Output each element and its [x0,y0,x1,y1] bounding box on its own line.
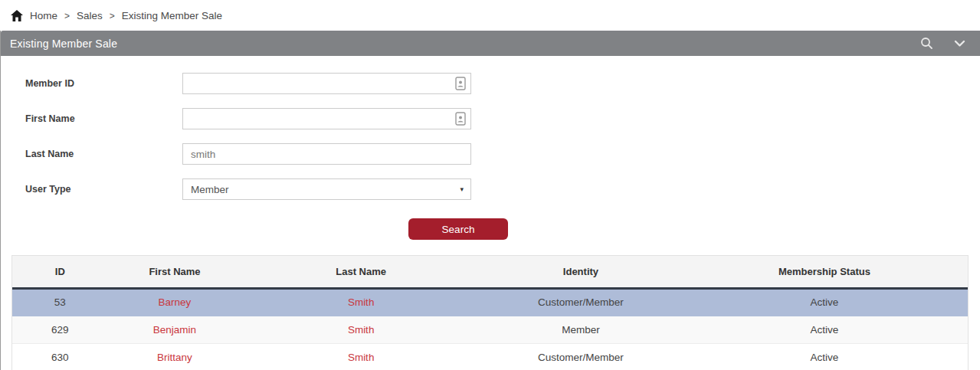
cell-first-name-link[interactable]: Brittany [108,343,242,370]
last-name-input[interactable] [182,143,471,165]
cell-identity: Member [480,316,681,343]
header-id: ID [12,256,108,288]
cell-identity: Customer/Member [480,288,681,316]
last-name-label: Last Name [25,149,182,159]
home-icon[interactable] [11,10,23,21]
chevron-down-icon[interactable] [953,37,966,50]
header-identity: Identity [480,256,681,288]
cell-membership-status: Active [681,343,968,370]
table-row[interactable]: 630 Brittany Smith Customer/Member Activ… [12,343,968,370]
breadcrumb-item-current: Existing Member Sale [122,10,222,21]
header-first-name: First Name [108,256,242,288]
breadcrumb-separator: > [64,11,70,21]
member-id-input[interactable] [182,73,471,94]
member-id-label: Member ID [25,78,182,89]
search-form: Member ID First Name Last Name [1,56,980,240]
cell-membership-status: Active [681,288,968,316]
caret-down-icon: ▾ [460,185,464,193]
user-type-label: User Type [25,184,182,195]
breadcrumb-item-home[interactable]: Home [30,10,57,21]
table-row[interactable]: 53 Barney Smith Customer/Member Active [12,288,968,316]
header-membership-status: Membership Status [681,256,968,288]
breadcrumb-item-sales[interactable]: Sales [77,10,103,21]
user-type-select[interactable]: Member ▾ [182,178,471,200]
search-icon[interactable] [920,37,933,50]
table-row[interactable]: 629 Benjamin Smith Member Active [12,316,968,343]
cell-first-name-link[interactable]: Barney [108,288,242,316]
results-table: ID First Name Last Name Identity Members… [12,256,968,370]
existing-member-sale-panel: Existing Member Sale Member ID First Nam… [0,31,980,370]
breadcrumb-separator: > [110,11,115,21]
panel-header: Existing Member Sale [1,31,980,56]
header-last-name: Last Name [241,256,480,288]
cell-last-name-link[interactable]: Smith [241,343,480,370]
cell-last-name-link[interactable]: Smith [241,288,480,316]
cell-identity: Customer/Member [480,343,681,370]
cell-membership-status: Active [681,316,968,343]
cell-id: 53 [12,288,108,316]
cell-first-name-link[interactable]: Benjamin [108,316,242,343]
panel-title: Existing Member Sale [10,38,117,50]
user-type-selected-value: Member [191,184,229,195]
contact-card-icon [455,77,466,90]
contact-card-icon [455,112,466,126]
results-table-container: ID First Name Last Name Identity Members… [11,255,969,370]
cell-id: 629 [12,316,108,343]
cell-last-name-link[interactable]: Smith [241,316,480,343]
breadcrumb: Home > Sales > Existing Member Sale [0,0,980,31]
first-name-label: First Name [25,113,182,124]
search-button[interactable]: Search [408,218,508,240]
table-header-row: ID First Name Last Name Identity Members… [12,256,968,288]
cell-id: 630 [12,343,108,370]
first-name-input[interactable] [182,108,471,129]
